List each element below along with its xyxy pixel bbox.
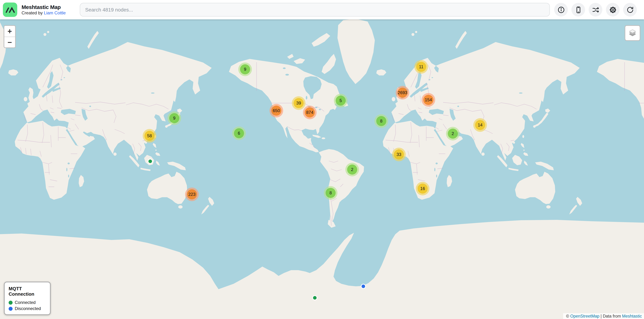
cluster-count: 650 [271,106,282,116]
cluster-count: 39 [294,98,304,108]
legend-dot-icon [8,301,12,305]
cluster-count: 154 [423,95,434,105]
cluster-marker[interactable]: 2 [446,127,460,140]
header: Meshtastic Map Created by Liam Cottle [0,0,644,19]
cluster-marker[interactable]: 5 [334,94,348,107]
cluster-marker[interactable]: 650 [270,104,283,117]
cluster-marker[interactable]: 9 [238,62,252,76]
cluster-count: 6 [234,128,244,138]
shuffle-button[interactable] [589,3,602,16]
settings-button[interactable] [606,3,620,16]
legend-label: Disconnected [15,306,41,311]
cluster-count: 2 [347,165,357,175]
cluster-marker[interactable]: 2 [345,163,359,176]
cluster-marker[interactable]: 223 [185,188,199,201]
cluster-count: 11 [416,62,426,72]
legend-title: MQTT Connection [8,286,46,297]
attribution-text: | Data from [600,314,621,318]
meshtastic-link[interactable]: Meshtastic [622,314,642,318]
cluster-marker[interactable]: 154 [422,93,435,107]
cluster-marker[interactable]: 14 [473,118,487,132]
cluster-marker[interactable]: 11 [414,60,428,74]
layers-icon [627,28,638,38]
cluster-marker[interactable]: 8 [374,114,388,128]
cluster-count: 14 [475,120,485,130]
node-marker-disconnected[interactable] [361,284,366,289]
cluster-marker[interactable]: 2693 [396,86,409,99]
cluster-count: 8 [376,116,386,126]
attribution: © OpenStreetMap | Data from Meshtastic [563,313,644,319]
legend-dot-icon [8,307,12,311]
osm-link[interactable]: OpenStreetMap [570,314,600,318]
cluster-marker[interactable]: 6 [232,126,246,140]
cluster-count: 2 [448,129,458,139]
legend-rows: ConnectedDisconnected [8,300,46,311]
cluster-count: 8 [326,188,336,198]
info-icon [557,6,565,13]
cluster-marker[interactable]: 16 [416,182,430,195]
search-input[interactable] [80,3,550,16]
refresh-button[interactable] [623,3,637,16]
cluster-count: 2693 [398,88,408,98]
layers-button[interactable] [624,25,640,41]
zoom-control: + − [4,25,16,48]
cluster-count: 874 [305,107,315,117]
cluster-marker[interactable]: 9 [168,111,181,125]
byline-prefix: Created by [22,10,42,15]
info-button[interactable] [554,3,568,16]
node-marker-connected[interactable] [148,159,153,164]
page-title: Meshtastic Map [22,4,78,10]
world-map[interactable]: 911269315439565087481492586332168223 + −… [0,0,644,319]
shuffle-icon [592,6,599,13]
byline: Created by Liam Cottle [22,10,78,16]
settings-icon [609,6,616,13]
basemap [0,0,644,319]
cluster-count: 58 [144,131,154,141]
smartphone-button[interactable] [572,3,585,16]
cluster-marker[interactable]: 58 [143,129,156,143]
mqtt-legend: MQTT Connection ConnectedDisconnected [4,282,51,315]
cluster-marker[interactable]: 33 [392,148,406,161]
smartphone-icon [574,6,582,13]
toolbar [554,3,637,16]
cluster-count: 9 [169,113,179,123]
cluster-marker[interactable]: 8 [324,186,338,200]
legend-item: Connected [8,300,46,305]
node-marker-connected[interactable] [312,295,317,300]
cluster-count: 223 [187,189,197,199]
cluster-count: 16 [418,184,428,194]
meshtastic-logo [3,2,17,17]
copyright-symbol: © [566,314,569,318]
cluster-marker[interactable]: 39 [292,96,306,110]
author-link[interactable]: Liam Cottle [44,10,66,15]
cluster-count: 9 [240,64,250,74]
refresh-icon [626,6,634,13]
cluster-marker[interactable]: 874 [303,106,316,119]
legend-item: Disconnected [8,306,46,311]
zoom-out-button[interactable]: − [4,37,15,47]
zoom-in-button[interactable]: + [4,26,15,37]
cluster-count: 5 [336,96,346,106]
cluster-count: 33 [394,149,404,159]
legend-label: Connected [15,300,36,305]
